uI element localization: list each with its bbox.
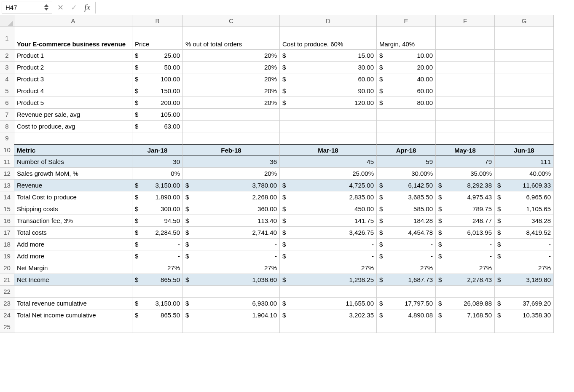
metric-value[interactable]: 59 — [377, 156, 436, 168]
metric-value[interactable]: $- — [183, 250, 280, 262]
row-header-24[interactable]: 24 — [0, 309, 14, 321]
metric-value[interactable]: $- — [377, 250, 436, 262]
metric-header-month[interactable]: May-18 — [436, 144, 495, 156]
product-pct[interactable]: 20% — [183, 85, 280, 97]
metric-value[interactable]: $- — [495, 250, 554, 262]
cell-empty[interactable] — [280, 132, 377, 144]
metric-value[interactable]: $4,725.00 — [280, 180, 377, 191]
metric-value[interactable]: $3,426.75 — [280, 227, 377, 239]
metric-value[interactable]: 27% — [436, 262, 495, 274]
row-header-17[interactable]: 17 — [0, 227, 14, 239]
header-pct[interactable]: % out of total orders — [183, 27, 280, 50]
product-price[interactable]: $25.00 — [132, 50, 183, 62]
product-cost[interactable]: $30.00 — [280, 62, 377, 73]
metric-value[interactable]: 30 — [132, 156, 183, 168]
product-pct[interactable]: 20% — [183, 73, 280, 85]
header-margin[interactable]: Margin, 40% — [377, 27, 436, 50]
column-header-E[interactable]: E — [377, 15, 436, 27]
cell-empty[interactable] — [280, 121, 377, 132]
cumulative-value[interactable]: $3,202.35 — [280, 309, 377, 321]
title-cell[interactable]: Your E-commerce business revenue — [14, 27, 132, 50]
metric-value[interactable]: 36 — [183, 156, 280, 168]
metric-value[interactable]: $2,284.50 — [132, 227, 183, 239]
metric-header-label[interactable]: Metric — [14, 144, 132, 156]
metric-header-month[interactable]: Jun-18 — [495, 144, 554, 156]
cell-empty[interactable] — [132, 132, 183, 144]
cell-empty[interactable] — [495, 85, 554, 97]
cell-empty[interactable] — [183, 109, 280, 121]
metric-header-month[interactable]: Mar-18 — [280, 144, 377, 156]
metric-value[interactable]: $- — [436, 250, 495, 262]
column-header-D[interactable]: D — [280, 15, 377, 27]
avg-label[interactable]: Revenue per sale, avg — [14, 109, 132, 121]
product-pct[interactable]: 20% — [183, 50, 280, 62]
metric-header-month[interactable]: Jan-18 — [132, 144, 183, 156]
cell-empty[interactable] — [495, 73, 554, 85]
cell-empty[interactable] — [183, 321, 280, 333]
cell-empty[interactable] — [377, 121, 436, 132]
metric-value[interactable]: $3,150.00 — [132, 180, 183, 191]
row-header-12[interactable]: 12 — [0, 168, 14, 180]
cumulative-value[interactable]: $17,797.50 — [377, 298, 436, 309]
metric-value[interactable]: 40.00% — [495, 168, 554, 180]
confirm-icon[interactable]: ✓ — [68, 3, 79, 12]
cell-empty[interactable] — [495, 121, 554, 132]
metric-label[interactable]: Net Margin — [14, 262, 132, 274]
product-cost[interactable]: $60.00 — [280, 73, 377, 85]
row-header-5[interactable]: 5 — [0, 85, 14, 97]
metric-value[interactable]: $789.75 — [436, 203, 495, 215]
metric-value[interactable]: $- — [436, 239, 495, 250]
cell-empty[interactable] — [436, 286, 495, 298]
cumulative-value[interactable]: $7,168.50 — [436, 309, 495, 321]
row-header-22[interactable]: 22 — [0, 286, 14, 298]
metric-label[interactable]: Revenue — [14, 180, 132, 191]
metric-label[interactable]: Transaction fee, 3% — [14, 215, 132, 227]
row-header-9[interactable]: 9 — [0, 132, 14, 144]
cell-empty[interactable] — [280, 286, 377, 298]
metric-value[interactable]: $94.50 — [132, 215, 183, 227]
avg-label[interactable]: Cost to produce, avg — [14, 121, 132, 132]
cell-empty[interactable] — [14, 321, 132, 333]
metric-value[interactable]: $2,278.43 — [436, 274, 495, 286]
metric-value[interactable]: $3,189.80 — [495, 274, 554, 286]
metric-value[interactable]: 30.00% — [377, 168, 436, 180]
cell-empty[interactable] — [377, 132, 436, 144]
cell-empty[interactable] — [495, 27, 554, 50]
cumulative-value[interactable]: $865.50 — [132, 309, 183, 321]
metric-value[interactable]: $- — [280, 250, 377, 262]
metric-value[interactable]: $1,687.73 — [377, 274, 436, 286]
product-pct[interactable]: 20% — [183, 62, 280, 73]
metric-value[interactable]: $6,965.60 — [495, 191, 554, 203]
cell-empty[interactable] — [183, 121, 280, 132]
metric-value[interactable]: $3,685.50 — [377, 191, 436, 203]
metric-value[interactable]: $- — [495, 239, 554, 250]
metric-value[interactable]: $1,038.60 — [183, 274, 280, 286]
row-header-16[interactable]: 16 — [0, 215, 14, 227]
metric-label[interactable]: Net Income — [14, 274, 132, 286]
metric-value[interactable]: $8,419.52 — [495, 227, 554, 239]
metric-value[interactable]: $6,142.50 — [377, 180, 436, 191]
metric-value[interactable]: $865.50 — [132, 274, 183, 286]
column-header-A[interactable]: A — [14, 15, 132, 27]
product-price[interactable]: $100.00 — [132, 73, 183, 85]
cell-empty[interactable] — [280, 321, 377, 333]
select-all-corner[interactable] — [0, 15, 14, 27]
cell-empty[interactable] — [14, 132, 132, 144]
product-name[interactable]: Product 2 — [14, 62, 132, 73]
metric-value[interactable]: $360.00 — [183, 203, 280, 215]
metric-value[interactable]: $8,292.38 — [436, 180, 495, 191]
column-header-C[interactable]: C — [183, 15, 280, 27]
metric-value[interactable]: $2,741.40 — [183, 227, 280, 239]
column-header-F[interactable]: F — [436, 15, 495, 27]
cell-empty[interactable] — [377, 109, 436, 121]
cell-empty[interactable] — [495, 321, 554, 333]
metric-label[interactable]: Number of Sales — [14, 156, 132, 168]
cell-empty[interactable] — [436, 321, 495, 333]
cell-empty[interactable] — [436, 109, 495, 121]
metric-header-month[interactable]: Feb-18 — [183, 144, 280, 156]
row-header-23[interactable]: 23 — [0, 298, 14, 309]
metric-value[interactable]: $248.77 — [436, 215, 495, 227]
cumulative-value[interactable]: $6,930.00 — [183, 298, 280, 309]
metric-value[interactable]: $1,890.00 — [132, 191, 183, 203]
cumulative-value[interactable]: $1,904.10 — [183, 309, 280, 321]
